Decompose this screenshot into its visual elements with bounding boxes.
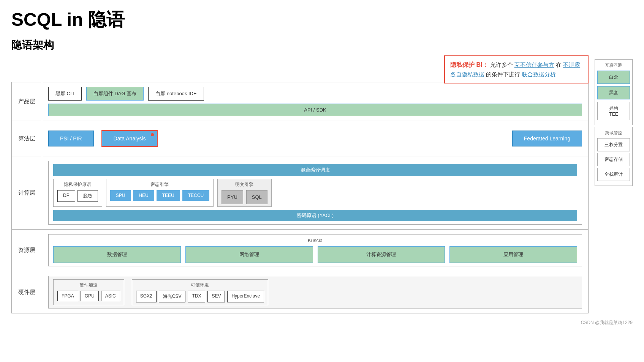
hw-tdx: TDX	[188, 291, 205, 302]
compute-layer-label: 计算层	[12, 156, 42, 229]
crypto-primitive-label: 密码原语 (YACL)	[53, 210, 577, 221]
product-items-row: 黑屏 CLI 白屏组件 DAG 画布 白屏 notebook IDE	[48, 87, 582, 101]
product-layer-row: 产品层 黑屏 CLI 白屏组件 DAG 画布 白屏 notebook IDE A…	[12, 82, 588, 121]
sidebar-interconnect-section: 互联互通 白盒 黑盒 异构TEE	[595, 59, 633, 125]
plaintext-sql: SQL	[246, 190, 267, 204]
plaintext-pyu: PYU	[222, 190, 243, 204]
hardware-layer-content: 硬件加速 FPGA GPU ASIC 可信环境 SGX2	[42, 271, 588, 313]
hardware-layer-label: 硬件层	[12, 271, 42, 313]
hw-accel-label: 硬件加速	[79, 282, 98, 288]
page-title: SCQL in 隐语	[11, 8, 633, 32]
hw-hygon: 海光CSV	[159, 291, 186, 302]
main-layout: 隐私保护 BI： 允许多个 互不信任参与方 在 不泄露各自隐私数据 的条件下进行…	[11, 59, 633, 313]
callout-box: 隐私保护 BI： 允许多个 互不信任参与方 在 不泄露各自隐私数据 的条件下进行…	[444, 55, 589, 83]
resource-compute-mgmt: 计算资源管理	[318, 246, 445, 263]
privacy-dp: DP	[57, 190, 75, 202]
sidebar-full-audit: 全栈审计	[597, 168, 630, 181]
algo-items-row: PSI / PIR Data Analysis Federated Learni…	[48, 126, 582, 151]
trusted-env-items: SGX2 海光CSV TDX SEV HyperEnclave	[136, 291, 264, 302]
algo-data-analysis: Data Analysis	[101, 130, 158, 147]
plaintext-label: 明文引擎	[235, 181, 253, 188]
resource-layer-row: 资源层 Kuscia 数据管理 网络管理 计算资源管理 应用管理	[12, 230, 588, 271]
compute-layer-row: 计算层 混合编译调度 隐私保护原语 DP 脱敏	[12, 156, 588, 230]
resource-items-row: 数据管理 网络管理 计算资源管理 应用管理	[53, 246, 577, 263]
sidebar-cross-domain-section: 跨域管控 三权分置 密态存储 全栈审计	[595, 127, 633, 186]
plaintext-items: PYU SQL	[222, 190, 267, 204]
arch-diagram: 隐私保护 BI： 允许多个 互不信任参与方 在 不泄露各自隐私数据 的条件下进行…	[11, 59, 589, 313]
layers-container: 产品层 黑屏 CLI 白屏组件 DAG 画布 白屏 notebook IDE A…	[11, 82, 589, 313]
hardware-outer-box: 硬件加速 FPGA GPU ASIC 可信环境 SGX2	[48, 276, 582, 308]
callout-text2: 在	[556, 61, 562, 68]
hw-accel-section: 硬件加速 FPGA GPU ASIC	[53, 279, 124, 305]
resource-outer-box: Kuscia 数据管理 网络管理 计算资源管理 应用管理	[48, 234, 582, 266]
compute-outer-box: 混合编译调度 隐私保护原语 DP 脱敏	[48, 161, 582, 225]
resource-app-mgmt: 应用管理	[449, 246, 577, 263]
footer-text: CSDN @我就是菜鸡1229	[11, 320, 633, 326]
plaintext-section: 明文引擎 PYU SQL	[217, 179, 272, 207]
trusted-env-section: 可信环境 SGX2 海光CSV TDX SEV HyperEnclave	[132, 279, 268, 305]
hw-hyperenclave: HyperEnclave	[227, 291, 264, 302]
sidebar-hetero-tee: 异构TEE	[597, 102, 630, 120]
privacy-label: 隐私保护原语	[57, 181, 98, 188]
hw-asic: ASIC	[101, 291, 120, 301]
hw-gpu: GPU	[81, 291, 99, 301]
hw-fpga: FPGA	[57, 291, 78, 301]
page-subtitle: 隐语架构	[11, 38, 633, 52]
crypto-section: 密态引擎 SPU HEU TEEU TECCU	[106, 179, 214, 207]
hardware-layer-row: 硬件层 硬件加速 FPGA GPU ASIC	[12, 271, 588, 313]
api-row: API / SDK	[48, 104, 582, 116]
callout-title: 隐私保护 BI：	[450, 61, 488, 68]
callout-text1: 允许多个	[490, 61, 513, 68]
algorithm-layer-label: 算法层	[12, 121, 42, 156]
resource-data-mgmt: 数据管理	[53, 246, 181, 263]
callout-text3: 的条件下进行	[486, 71, 520, 77]
sidebar-interconnect-label: 互联互通	[597, 63, 630, 68]
hw-sev: SEV	[207, 291, 225, 302]
right-sidebar: 互联互通 白盒 黑盒 异构TEE 跨域管控 三权分置 密态存储 全栈审计	[595, 59, 633, 187]
product-layer-label: 产品层	[12, 82, 42, 121]
trusted-env-label: 可信环境	[191, 282, 209, 288]
resource-network-mgmt: 网络管理	[185, 246, 313, 263]
crypto-label: 密态引擎	[110, 181, 209, 188]
product-item-notebook: 白屏 notebook IDE	[148, 87, 204, 101]
sidebar-cross-domain-label: 跨域管控	[597, 130, 630, 136]
product-layer-content: 黑屏 CLI 白屏组件 DAG 画布 白屏 notebook IDE API /…	[42, 82, 588, 121]
api-sdk-box: API / SDK	[48, 104, 582, 116]
compute-mix-label: 混合编译调度	[53, 164, 577, 176]
callout-link1: 互不信任参与方	[514, 61, 554, 68]
red-dot	[151, 133, 154, 136]
hw-sgx2: SGX2	[136, 291, 157, 302]
privacy-items: DP 脱敏	[57, 190, 98, 202]
resource-layer-content: Kuscia 数据管理 网络管理 计算资源管理 应用管理	[42, 230, 588, 271]
privacy-section: 隐私保护原语 DP 脱敏	[53, 179, 102, 207]
resource-layer-label: 资源层	[12, 230, 42, 271]
algorithm-layer-row: 算法层 PSI / PIR Data Analysis Federated Le…	[12, 121, 588, 156]
algo-psi-pir: PSI / PIR	[48, 131, 94, 146]
product-item-cli: 黑屏 CLI	[48, 87, 82, 101]
sidebar-whitebox: 白盒	[597, 71, 630, 84]
product-item-dag: 白屏组件 DAG 画布	[86, 87, 144, 101]
crypto-teccu: TECCU	[182, 190, 209, 201]
compute-inner-row: 隐私保护原语 DP 脱敏 密态引擎 SPU	[53, 179, 577, 207]
hw-accel-items: FPGA GPU ASIC	[57, 291, 120, 301]
algorithm-layer-content: PSI / PIR Data Analysis Federated Learni…	[42, 121, 588, 156]
crypto-spu: SPU	[110, 190, 131, 201]
crypto-items: SPU HEU TEEU TECCU	[110, 190, 209, 201]
privacy-desensitize: 脱敏	[78, 190, 98, 202]
crypto-teeu: TEEU	[157, 190, 180, 201]
crypto-heu: HEU	[133, 190, 154, 201]
sidebar-encrypted-storage: 密态存储	[597, 153, 630, 166]
sidebar-blackbox: 黑盒	[597, 86, 630, 99]
sidebar-three-rights: 三权分置	[597, 138, 630, 151]
compute-layer-content: 混合编译调度 隐私保护原语 DP 脱敏	[42, 156, 588, 229]
algo-federated-learning: Federated Learning	[512, 131, 582, 146]
callout-link3: 联合数据分析	[522, 71, 556, 77]
kuscia-label: Kuscia	[53, 238, 577, 243]
